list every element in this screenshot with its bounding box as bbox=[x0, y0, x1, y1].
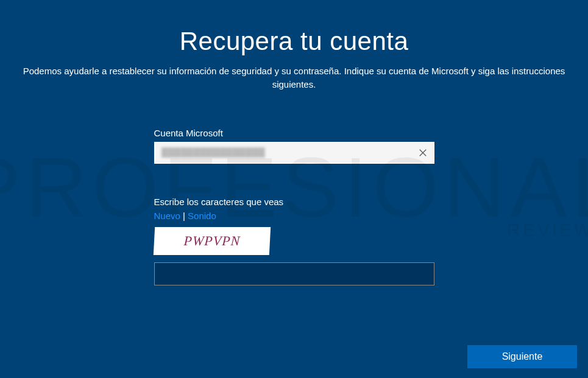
captcha-input[interactable] bbox=[154, 262, 434, 285]
captcha-label: Escribe los caracteres que veas bbox=[154, 197, 434, 207]
captcha-new-link[interactable]: Nuevo bbox=[154, 211, 180, 221]
clear-account-button[interactable] bbox=[416, 146, 430, 159]
recovery-form: Cuenta Microsoft Escribe los caracteres … bbox=[154, 128, 434, 285]
link-separator: | bbox=[180, 211, 188, 221]
next-button[interactable]: Siguiente bbox=[467, 345, 577, 368]
page-subtitle: Podemos ayudarle a restablecer su inform… bbox=[0, 56, 588, 91]
account-label: Cuenta Microsoft bbox=[154, 128, 434, 138]
captcha-links: Nuevo | Sonido bbox=[154, 211, 434, 221]
page-title: Recupera tu cuenta bbox=[0, 0, 588, 56]
account-input[interactable] bbox=[161, 147, 416, 158]
captcha-image: PWPVPN bbox=[153, 227, 270, 255]
close-icon bbox=[419, 149, 427, 157]
captcha-audio-link[interactable]: Sonido bbox=[188, 211, 216, 221]
account-input-wrap[interactable] bbox=[154, 142, 434, 164]
